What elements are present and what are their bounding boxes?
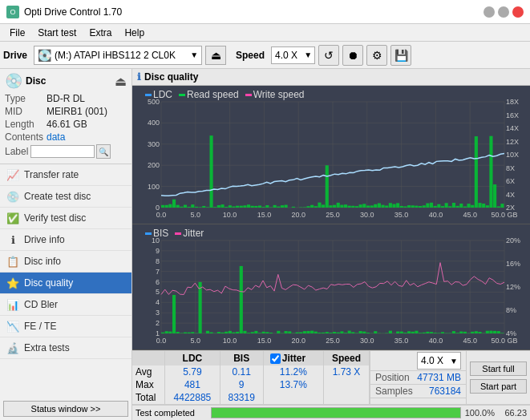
max-row: Max 481 9 13.7% xyxy=(132,378,370,391)
disc-length-row: Length 46.61 GB xyxy=(5,119,127,130)
start-full-button[interactable]: Start full xyxy=(470,361,527,376)
col-ldc: LDC xyxy=(165,351,220,365)
speed-select-wrapper: 4.0 X 2.0 X 6.0 X 8.0 X ▼ xyxy=(271,46,315,64)
total-speed xyxy=(323,391,369,404)
disc-eject-icon[interactable]: ⏏ xyxy=(115,74,127,89)
progress-row: Test completed 100.0% 66.23 xyxy=(132,405,530,420)
sidebar-label-fe-te: FE / TE xyxy=(24,321,56,332)
drive-select[interactable]: 💽 (M:) ATAPI iHBS112 2 CL0K ▼ xyxy=(34,46,202,65)
app-icon: O xyxy=(6,6,19,18)
top-chart-legend: LDC Read speed Write speed xyxy=(139,87,311,102)
sidebar-label-disc-quality: Disc quality xyxy=(24,277,73,289)
drive-icon: 💽 xyxy=(38,49,51,62)
disc-contents-row: Contents data xyxy=(5,131,127,143)
sidebar-item-cd-bler[interactable]: 📊 CD Bler xyxy=(0,294,131,316)
disc-type-label: Type xyxy=(5,93,47,104)
progress-bar xyxy=(211,407,461,418)
col-empty xyxy=(132,351,165,365)
disc-contents-value: data xyxy=(47,131,65,143)
status-window-button[interactable]: Status window >> xyxy=(3,401,128,417)
disc-icon: 💿 xyxy=(5,72,22,90)
sidebar-label-drive-info: Drive info xyxy=(24,234,65,245)
disc-contents-label: Contents xyxy=(5,131,47,143)
disc-type-row: Type BD-R DL xyxy=(5,93,127,104)
titlebar: O Opti Drive Control 1.70 xyxy=(0,0,530,24)
disc-panel-title: Disc xyxy=(26,75,46,87)
total-label: Total xyxy=(132,391,165,404)
avg-bis: 0.11 xyxy=(220,365,263,378)
stats-speed-select-wrapper: 4.0 X 2.0 X ▼ xyxy=(417,352,461,370)
create-test-disc-icon: 💿 xyxy=(6,190,19,203)
jitter-dot xyxy=(175,232,181,235)
menu-start-test[interactable]: Start test xyxy=(31,26,83,40)
speed-select[interactable]: 4.0 X 2.0 X 6.0 X 8.0 X xyxy=(271,46,315,64)
stats-speed-select[interactable]: 4.0 X 2.0 X xyxy=(417,352,461,370)
menu-extra[interactable]: Extra xyxy=(83,26,118,40)
drive-dropdown-arrow: ▼ xyxy=(190,50,198,59)
sidebar-item-disc-quality[interactable]: ⭐ Disc quality xyxy=(0,273,131,294)
write-label: Write speed xyxy=(253,89,305,100)
main-layout: 💿 Disc ⏏ Type BD-R DL MID MEIRB1 (001) L… xyxy=(0,69,530,420)
transfer-rate-icon: 📈 xyxy=(6,168,19,181)
jitter-checkbox[interactable] xyxy=(270,353,281,364)
disc-mid-value: MEIRB1 (001) xyxy=(47,106,107,117)
disc-type-value: BD-R DL xyxy=(47,93,85,104)
disc-label-row: Label 🔍 xyxy=(5,144,127,159)
position-label: Position xyxy=(375,372,410,383)
sidebar-label-cd-bler: CD Bler xyxy=(24,299,58,310)
total-bis: 83319 xyxy=(220,391,263,404)
sidebar-label-transfer-rate: Transfer rate xyxy=(24,169,79,180)
sidebar-item-create-test-disc[interactable]: 💿 Create test disc xyxy=(0,186,131,208)
sidebar-label-verify-test-disc: Verify test disc xyxy=(24,212,86,224)
disc-length-value: 46.61 GB xyxy=(47,119,87,130)
drive-value: (M:) ATAPI iHBS112 2 CL0K xyxy=(55,50,190,61)
disc-length-label: Length xyxy=(5,119,47,130)
avg-ldc: 5.79 xyxy=(165,365,220,378)
sidebar-label-create-test-disc: Create test disc xyxy=(24,191,91,202)
sidebar-item-disc-info[interactable]: 📋 Disc info xyxy=(0,251,131,273)
charts-wrapper: LDC Read speed Write speed xyxy=(132,86,530,350)
sidebar-item-fe-te[interactable]: 📉 FE / TE xyxy=(0,316,131,337)
cd-bler-icon: 📊 xyxy=(6,298,19,311)
legend-write: Write speed xyxy=(245,89,305,100)
start-part-button[interactable]: Start part xyxy=(470,379,527,394)
sidebar-label-disc-info: Disc info xyxy=(24,256,61,267)
max-speed xyxy=(323,378,369,391)
menu-file[interactable]: File xyxy=(3,26,31,40)
maximize-button[interactable] xyxy=(498,6,509,18)
record-button[interactable]: ⏺ xyxy=(342,45,363,66)
legend-read: Read speed xyxy=(179,89,239,100)
write-dot xyxy=(245,94,252,96)
sidebar-item-verify-test-disc[interactable]: ✅ Verify test disc xyxy=(0,208,131,229)
progress-bar-fill xyxy=(212,408,460,418)
sidebar-item-transfer-rate[interactable]: 📈 Transfer rate xyxy=(0,164,131,186)
progress-value: 66.23 xyxy=(498,408,527,418)
max-ldc: 481 xyxy=(165,378,220,391)
eject-button[interactable]: ⏏ xyxy=(205,46,226,65)
close-button[interactable] xyxy=(512,6,524,18)
avg-label: Avg xyxy=(132,365,165,378)
stats-panel: LDC BIS Jitter Speed xyxy=(132,350,530,420)
speed-label: Speed xyxy=(236,50,265,61)
sidebar-item-drive-info[interactable]: ℹ Drive info xyxy=(0,229,131,251)
minimize-button[interactable] xyxy=(483,6,495,18)
window-controls xyxy=(483,6,524,18)
disc-label-button[interactable]: 🔍 xyxy=(96,144,111,159)
disc-label-input[interactable] xyxy=(30,145,95,158)
refresh-button[interactable]: ↺ xyxy=(318,45,339,66)
save-button[interactable]: 💾 xyxy=(390,45,411,66)
menu-help[interactable]: Help xyxy=(118,26,151,40)
fe-te-icon: 📉 xyxy=(6,320,19,333)
top-chart-container: LDC Read speed Write speed xyxy=(132,86,530,224)
samples-row: Samples 763184 xyxy=(370,385,466,398)
drive-info-icon: ℹ xyxy=(6,233,19,246)
col-speed-header: Speed xyxy=(323,351,369,365)
avg-row: Avg 5.79 0.11 11.2% 1.73 X xyxy=(132,365,370,378)
sidebar-item-extra-tests[interactable]: 🔬 Extra tests xyxy=(0,337,131,359)
settings-button[interactable]: ⚙ xyxy=(366,45,387,66)
position-row: Position 47731 MB xyxy=(370,371,466,385)
menubar: File Start test Extra Help xyxy=(0,24,530,42)
bottom-chart-container: BIS Jitter xyxy=(132,224,530,350)
stats-table: LDC BIS Jitter Speed xyxy=(132,351,370,404)
content-area: ℹ Disc quality LDC Read speed xyxy=(132,69,530,420)
